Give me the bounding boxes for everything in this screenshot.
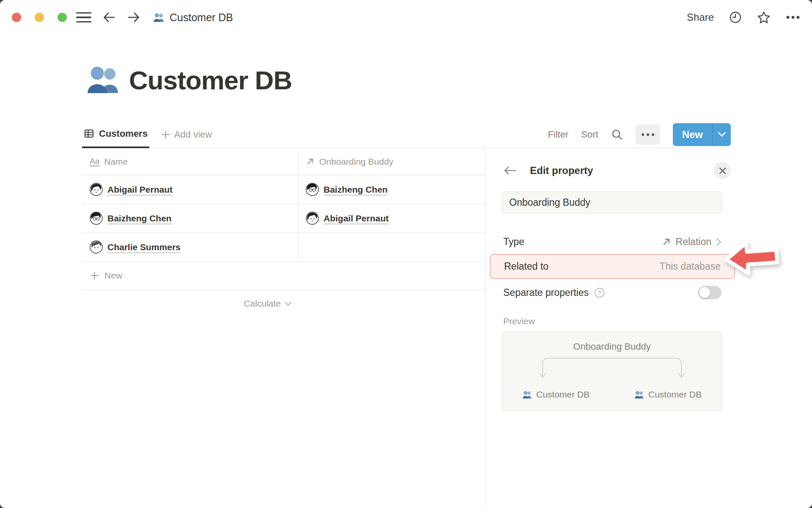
panel-title: Edit property	[530, 165, 593, 177]
zoom-window-button[interactable]	[58, 13, 67, 22]
charlie-avatar	[90, 240, 103, 254]
new-button-dropdown[interactable]	[712, 123, 731, 146]
favorite-star-icon[interactable]	[757, 11, 771, 24]
preview-property-name: Onboarding Buddy	[502, 341, 722, 352]
relation-preview-box: Onboarding Buddy Customer DB Customer DB	[502, 331, 722, 411]
baizheng-avatar	[306, 183, 319, 196]
cell-name[interactable]: Baizheng Chen	[82, 204, 299, 232]
add-view-label: Add view	[174, 129, 212, 140]
table-row: Abigail Pernaut Baizheng Chen	[82, 175, 485, 204]
separate-properties-toggle[interactable]	[698, 286, 721, 299]
back-icon[interactable]	[102, 11, 116, 23]
people-icon	[522, 390, 532, 400]
panel-close-button[interactable]	[714, 162, 731, 179]
page-title[interactable]: Customer DB	[129, 65, 292, 95]
edit-property-panel: Edit property Type Relation Related to T…	[486, 148, 812, 508]
notion-window: Customer DB Share Customer DB Customers	[0, 0, 812, 508]
column-header-onboarding-buddy[interactable]: Onboarding Buddy	[299, 148, 485, 175]
column-label: Onboarding Buddy	[319, 157, 393, 167]
new-row-button[interactable]: New	[82, 262, 485, 290]
cell-name[interactable]: Abigail Pernaut	[82, 175, 299, 204]
chevron-right-icon	[716, 237, 721, 246]
new-row-label: New	[104, 271, 122, 281]
cell-name[interactable]: Charlie Summers	[82, 233, 299, 261]
database-toolbar: Customers Add view Filter Sort New	[82, 121, 731, 148]
type-label: Type	[503, 236, 524, 248]
preview-left-database: Customer DB	[522, 389, 590, 400]
relation-icon	[662, 237, 671, 246]
table-view-icon	[84, 128, 94, 139]
cell-onboarding-buddy[interactable]: Abigail Pernaut	[299, 204, 485, 232]
preview-right-database: Customer DB	[634, 389, 702, 400]
column-label: Name	[104, 157, 128, 167]
chevron-down-icon	[285, 301, 292, 306]
separate-properties-row: Separate properties ?	[494, 282, 731, 303]
forward-icon[interactable]	[127, 11, 140, 23]
calculate-label: Calculate	[244, 298, 281, 309]
related-to-value: This database	[660, 261, 721, 272]
filter-button[interactable]: Filter	[548, 129, 568, 140]
svg-text:?: ?	[598, 290, 601, 296]
minimize-window-button[interactable]	[35, 13, 44, 22]
property-type-row[interactable]: Type Relation	[494, 232, 731, 251]
view-options-button[interactable]	[636, 124, 660, 145]
search-icon[interactable]	[611, 129, 623, 141]
related-to-row-highlighted[interactable]: Related to This database	[490, 254, 735, 279]
table-header-row: Aa Name Onboarding Buddy	[82, 148, 485, 175]
type-value: Relation	[676, 236, 711, 248]
more-options-icon[interactable]	[786, 15, 800, 19]
breadcrumb-label: Customer DB	[170, 11, 233, 24]
tab-customers-view[interactable]: Customers	[82, 121, 149, 148]
plus-icon	[161, 130, 170, 139]
chevron-down-icon	[718, 132, 726, 137]
column-header-name[interactable]: Aa Name	[82, 148, 299, 175]
annotation-arrow-left	[722, 236, 782, 280]
calculate-button[interactable]: Calculate	[82, 290, 299, 317]
updates-clock-icon[interactable]	[729, 11, 742, 24]
table-row: Baizheng Chen Abigail Pernaut	[82, 204, 485, 233]
baizheng-avatar	[90, 212, 103, 225]
help-icon[interactable]: ?	[594, 287, 605, 298]
property-name-input[interactable]	[502, 191, 722, 213]
relation-arrows-diagram	[537, 355, 687, 379]
tab-label: Customers	[99, 128, 148, 139]
window-titlebar: Customer DB Share	[0, 0, 812, 35]
page-icon-people[interactable]	[86, 63, 121, 97]
relation-icon	[306, 157, 315, 166]
new-button[interactable]: New	[673, 123, 712, 146]
separate-properties-label: Separate properties	[503, 287, 589, 298]
plus-icon	[90, 271, 99, 280]
abigail-avatar	[90, 183, 103, 196]
people-icon	[634, 390, 644, 400]
table-row: Charlie Summers	[82, 233, 485, 262]
preview-label: Preview	[503, 316, 731, 326]
breadcrumb[interactable]: Customer DB	[153, 11, 233, 24]
traffic-lights	[12, 13, 67, 22]
cell-onboarding-buddy-empty[interactable]	[299, 233, 485, 261]
sort-button[interactable]: Sort	[581, 129, 598, 140]
text-type-icon: Aa	[90, 157, 99, 166]
people-icon	[153, 12, 165, 23]
new-record-split-button: New	[673, 123, 731, 146]
related-to-label: Related to	[504, 261, 549, 272]
sidebar-menu-icon[interactable]	[76, 12, 91, 23]
close-window-button[interactable]	[12, 13, 21, 22]
close-icon	[719, 167, 726, 174]
panel-back-icon[interactable]	[503, 166, 517, 176]
cell-onboarding-buddy[interactable]: Baizheng Chen	[299, 175, 485, 204]
customers-table: Aa Name Onboarding Buddy Abigail Pernaut…	[82, 148, 485, 317]
add-view-button[interactable]: Add view	[161, 129, 212, 140]
abigail-avatar	[306, 212, 319, 225]
share-button[interactable]: Share	[687, 11, 714, 23]
